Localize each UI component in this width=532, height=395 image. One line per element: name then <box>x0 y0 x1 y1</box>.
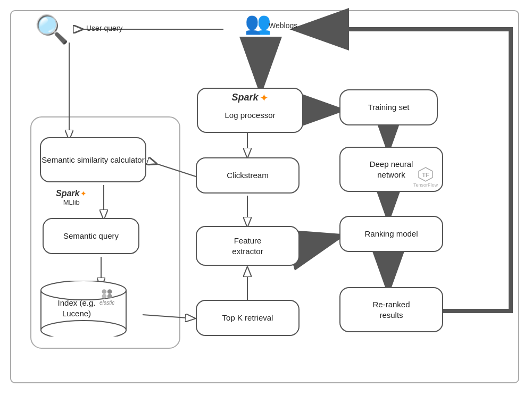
svg-point-29 <box>107 289 112 294</box>
spark-mllib-area: Spark ✦ MLlib <box>56 189 87 206</box>
search-icon: 🔍 <box>35 13 69 46</box>
ranking-model-box: Ranking model <box>339 216 443 252</box>
deep-neural-label: Deep neural network <box>370 159 413 180</box>
clickstream-box: Clickstream <box>196 157 300 194</box>
semantic-query-box: Semantic query <box>43 218 139 254</box>
weblogs-icon: 👥 <box>245 11 271 36</box>
clickstream-label: Clickstream <box>227 170 268 181</box>
log-processor-label: Log processor <box>225 110 275 121</box>
spark-logo: Spark <box>231 91 258 104</box>
user-query-label: User query <box>86 24 122 32</box>
svg-text:TF: TF <box>422 172 429 178</box>
svg-line-20 <box>143 315 195 318</box>
svg-point-27 <box>41 321 126 337</box>
weblogs-label: Weblogs <box>269 21 297 30</box>
svg-point-28 <box>102 289 107 294</box>
svg-line-16 <box>300 237 338 247</box>
feature-extractor-box: Feature extractor <box>196 226 300 266</box>
semantic-sim-box: Semantic similarity calculator <box>40 137 146 182</box>
index-cylinder: elastic Index (e.g. Lucene) <box>38 281 145 337</box>
semantic-query-label: Semantic query <box>63 231 119 241</box>
diagram-container: 🔍 User query 👥 Weblogs Spark ✦ Log proce… <box>0 0 532 395</box>
top-k-label: Top K retrieval <box>222 313 273 323</box>
spark-mllib-label: MLlib <box>63 198 80 206</box>
training-set-box: Training set <box>339 89 438 125</box>
spark-mllib-logo: Spark <box>56 189 79 198</box>
tensorflow-icon: TF TensorFlow <box>413 166 438 189</box>
reranked-box: Re-ranked results <box>339 287 443 332</box>
deep-neural-box: Deep neural network TF TensorFlow <box>339 147 443 192</box>
feature-extractor-label: Feature extractor <box>232 236 263 256</box>
reranked-label: Re-ranked results <box>372 299 410 320</box>
index-label: Index (e.g. Lucene) <box>45 298 109 318</box>
semantic-sim-label: Semantic similarity calculator <box>41 155 144 165</box>
log-processor-box: Spark ✦ Log processor <box>197 88 303 133</box>
training-set-label: Training set <box>368 102 410 113</box>
svg-line-13 <box>156 164 196 177</box>
ranking-model-label: Ranking model <box>364 229 418 239</box>
top-k-box: Top K retrieval <box>196 300 300 336</box>
tensorflow-label: TensorFlow <box>413 182 438 189</box>
